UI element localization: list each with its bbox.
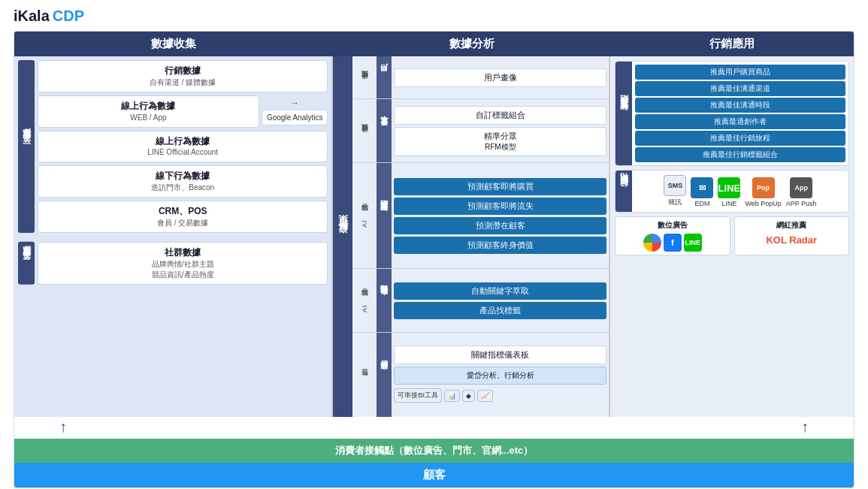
section-header-collect: 數據收集 xyxy=(14,32,333,56)
digital-ads-label: 數位廣告 xyxy=(620,220,724,231)
analyze-card-aidas: 愛岱分析、行銷分析 xyxy=(394,367,606,385)
app-push-icon: App xyxy=(790,177,812,198)
offline-behavior-title: 線下行為數據 xyxy=(44,170,321,183)
analyze-label-auto-tag: 自動化標籤 xyxy=(377,269,392,332)
kol-label: 網紅推薦 xyxy=(739,220,844,231)
analyze-card-user-portrait: 用戶畫像 xyxy=(394,68,606,87)
digital-ads-box: 數位廣告 f LINE xyxy=(615,216,730,255)
social-data-title: 社群數據 xyxy=(44,246,321,259)
kol-box: 網紅推薦 KOL Radar xyxy=(734,216,849,255)
dig-ads-icons: f LINE xyxy=(620,234,724,252)
offline-behavior-subtitle: 造訪門市、Beacon xyxy=(44,183,321,193)
crm-pos-subtitle: 會員 / 交易數據 xyxy=(44,218,321,228)
online-behavior-box: 線上行為數據 WEB / App xyxy=(38,95,259,128)
recommend-item-1: 推薦最佳溝通渠道 xyxy=(635,81,845,96)
social-data-subtitle1: 品牌輿情/社群主題 xyxy=(44,259,321,270)
up-arrow-left: ↑ xyxy=(59,418,67,436)
offline-behavior-box: 線下行為數據 造訪門市、Beacon xyxy=(38,165,328,198)
analyze-section: 資料市集 → 建立標籤 用戶 用戶畫像 xyxy=(333,56,610,417)
analyze-arrow-ai: → AI 編審 xyxy=(352,163,377,268)
analyze-card-rfm: 精準分眾RFM模型 xyxy=(394,127,606,156)
analyze-card-predict-buy: 預測顧客即將購買 xyxy=(394,178,606,195)
logo-cdp: CDP xyxy=(53,8,84,25)
touchpoint-bar: 消費者接觸點（數位廣告、門市、官網...etc） xyxy=(14,439,854,463)
recommend-item-4: 推薦最佳行銷旅程 xyxy=(635,131,845,146)
online-behavior-subtitle: WEB / App xyxy=(44,113,253,123)
line-ads-icon: LINE xyxy=(684,234,702,252)
first-party-label: 第一方數據 xyxy=(18,60,35,233)
smart-recommend-content: 推薦用戶購買商品 推薦最佳溝通渠道 推薦最佳溝通時段 推薦最適創作者 推薦最佳行… xyxy=(632,62,848,165)
line-official-subtitle: LINE Official Account xyxy=(44,147,321,158)
facebook-ads-icon: f xyxy=(664,234,682,252)
analyze-arrow-build: → 建立標籤 xyxy=(352,56,377,98)
tool-diamond: ◆ xyxy=(462,390,475,402)
channel-edm: ✉ EDM xyxy=(691,177,713,207)
up-arrow-right: ↑ xyxy=(801,418,809,436)
web-label: Web PopUp xyxy=(745,200,781,207)
analyze-cards-biz: 關鍵指標儀表板 愛岱分析、行銷分析 可串接BI工具 📊 ◆ xyxy=(392,333,609,417)
channel-app: App APP Push xyxy=(786,177,817,207)
line-label: LINE xyxy=(721,200,736,207)
marketing-data-box: 行銷數據 自有渠道 / 媒體數據 xyxy=(38,60,328,92)
channel-icons-row: SMS 簡訊 ✉ EDM LINE LINE xyxy=(635,175,845,207)
analyze-cards-predict: 預測顧客即將購買 預測顧客即將流失 預測潛在顧客 預測顧客終身價值 xyxy=(392,163,609,268)
analyze-label-audience: 受眾名單 xyxy=(377,99,392,162)
marketing-section: 智慧推薦模組 推薦用戶購買商品 推薦最佳溝通渠道 推薦最佳溝通時段 推薦最適創作… xyxy=(610,56,854,417)
marketing-auto-label: 行銷自動化 xyxy=(615,171,632,212)
marketing-auto-content: SMS 簡訊 ✉ EDM LINE LINE xyxy=(632,171,848,212)
line-official-box: 線上行為數據 LINE Official Account xyxy=(38,131,328,163)
analyze-card-product-tag: 產品找標籤 xyxy=(394,302,606,319)
bi-tool-label: 可串接BI工具 xyxy=(398,391,438,400)
analyze-row-predict: → AI 編審 智慧預測模組 預測顧客即將購買 預測顧客即將流失 預測潛在顧客 … xyxy=(352,163,609,269)
analyze-arrow-audience: → 建立標籤 xyxy=(352,99,377,162)
tool-chart2: 📈 xyxy=(477,390,493,402)
tool-icon-3: 📈 xyxy=(481,392,489,400)
online-behavior-title: 線上行為數據 xyxy=(44,100,253,113)
analyze-row-audience: → 建立標籤 受眾名單 自訂標籤組合 精準分眾RFM模型 xyxy=(352,99,609,163)
channel-web: Pop Web PopUp xyxy=(745,177,781,207)
section-header-marketing: 行銷應用 xyxy=(610,32,854,56)
bi-tools-row: 可串接BI工具 📊 ◆ 📈 xyxy=(394,387,606,404)
recommend-item-0: 推薦用戶購買商品 xyxy=(635,65,845,80)
analyze-arrow-integrate: → 整合 xyxy=(352,333,377,417)
sms-icon: SMS xyxy=(664,175,686,196)
google-analytics-box: Google Analytics xyxy=(262,110,328,125)
analyze-card-predict-ltv: 預測顧客終身價值 xyxy=(394,237,606,254)
tool-chart1: 📊 xyxy=(444,390,460,402)
collect-section: 第一方數據 行銷數據 自有渠道 / 媒體數據 線上行為數據 WEB / App xyxy=(14,56,333,417)
analyze-arrow-ai2: → AI 編審 xyxy=(352,269,377,332)
first-party-row: 第一方數據 行銷數據 自有渠道 / 媒體數據 線上行為數據 WEB / App xyxy=(18,60,328,233)
smart-recommend-label: 智慧推薦模組 xyxy=(615,62,632,165)
analyze-row-biz: → 整合 商業分析 關鍵指標儀表板 愛岱分析、行銷分析 可串接BI工具 xyxy=(352,333,609,417)
kol-radar-text: KOL Radar xyxy=(739,234,844,246)
social-data-box: 社群數據 品牌輿情/社群主題 競品資訊/產品熱度 xyxy=(38,242,328,285)
bottom-ads-row: 數位廣告 f LINE 網紅推薦 KOL Radar xyxy=(615,216,849,255)
edm-icon: ✉ xyxy=(691,177,713,198)
recommend-item-5: 推薦最佳行銷標籤組合 xyxy=(635,147,845,162)
tool-icon-1: 📊 xyxy=(448,392,456,400)
section-headers: 數據收集 數據分析 行銷應用 xyxy=(14,32,854,56)
section-header-analyze: 數據分析 xyxy=(333,32,610,56)
first-party-boxes: 行銷數據 自有渠道 / 媒體數據 線上行為數據 WEB / App → xyxy=(38,60,328,233)
analyze-card-kpi: 關鍵指標儀表板 xyxy=(394,346,606,364)
second-party-row: 第二方數據 社群數據 品牌輿情/社群主題 競品資訊/產品熱度 xyxy=(18,242,328,285)
analyze-label-user: 用戶 xyxy=(377,56,392,98)
sms-label: 簡訊 xyxy=(668,198,682,207)
google-ads-icon xyxy=(643,234,661,252)
channel-line: LINE LINE xyxy=(718,177,740,207)
recommend-item-2: 推薦最佳溝通時段 xyxy=(635,98,845,113)
header: iKala CDP xyxy=(14,8,854,25)
online-behavior-ga-group: 線上行為數據 WEB / App → Google Analytics xyxy=(38,95,328,128)
second-party-label: 第二方數據 xyxy=(18,242,35,285)
analyze-card-tag-combo: 自訂標籤組合 xyxy=(394,106,606,125)
crm-pos-title: CRM、POS xyxy=(44,205,321,218)
tool-icon-2: ◆ xyxy=(466,392,471,400)
analyze-row-auto-tag: → AI 編審 自動化標籤 自動關鍵字萃取 產品找標籤 xyxy=(352,269,609,333)
up-arrows-row: ↑ ↑ xyxy=(14,417,854,437)
channel-sms: SMS 簡訊 xyxy=(664,175,686,207)
main-diagram: 數據收集 數據分析 行銷應用 第一方數據 行銷數據 自有渠道 / 媒體數據 xyxy=(14,31,854,488)
analyze-label-predict: 智慧預測模組 xyxy=(377,163,392,268)
analyze-cards-auto-tag: 自動關鍵字萃取 產品找標籤 xyxy=(392,269,609,332)
analyze-card-predict-latent: 預測潛在顧客 xyxy=(394,217,606,234)
marketing-auto-block: 行銷自動化 SMS 簡訊 ✉ EDM LI xyxy=(615,170,849,213)
